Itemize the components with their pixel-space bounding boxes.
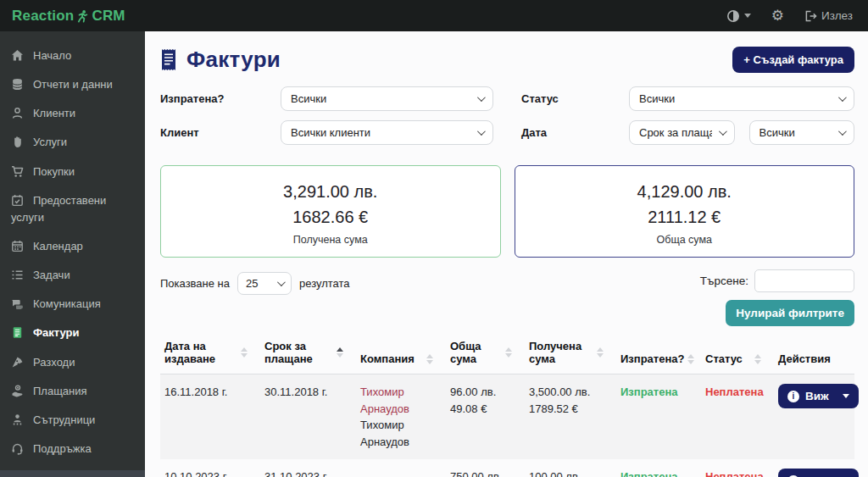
cell-actions: Виж xyxy=(774,374,854,460)
total-sum-eur: 2111.12 € xyxy=(522,204,848,230)
column-header-status[interactable]: Статус xyxy=(701,335,774,374)
sidebar-item-support[interactable]: Поддръжка xyxy=(0,435,145,463)
logo-text-crm: CRM xyxy=(92,8,125,25)
database-icon xyxy=(11,78,24,91)
received-bgn: 3,500.00 лв. xyxy=(529,384,612,401)
invoice-icon xyxy=(11,326,24,339)
person-icon xyxy=(11,107,24,119)
cell-sent-status: Изпратена xyxy=(616,374,701,460)
filter-status-label: Статус xyxy=(521,92,629,105)
sidebar-item-label: Отчети и данни xyxy=(33,78,113,91)
table-toolbar: Показване на 25 резултата Търсене: Нулир… xyxy=(160,269,854,326)
total-sum-bgn: 4,129.00 лв. xyxy=(522,179,848,204)
column-header-issue-date[interactable]: Дата на издаване xyxy=(160,335,260,374)
filter-date-type-select[interactable]: Срок за плащане xyxy=(629,120,735,145)
reset-filters-button[interactable]: Нулирай филтрите xyxy=(726,300,854,326)
column-header-received[interactable]: Получена сума xyxy=(525,335,616,374)
cell-due-date: 30.11.2018 г. xyxy=(260,374,356,460)
expenses-icon xyxy=(11,356,24,369)
filters: Изпратена? Всички Клиент Всички клиенти xyxy=(160,86,854,154)
page-size-prefix: Показване на xyxy=(160,277,230,290)
received-sum-caption: Получена сума xyxy=(168,234,493,246)
chevron-down-icon xyxy=(838,93,847,102)
sidebar: Начало Отчети и данни Клиенти Услуги Пок… xyxy=(0,31,145,477)
chevron-down-icon xyxy=(477,93,486,102)
sidebar-item-invoices[interactable]: Фактури xyxy=(0,319,145,347)
chevron-down-icon xyxy=(277,278,286,286)
search-label: Търсене: xyxy=(700,275,748,287)
column-header-total[interactable]: Обща сума xyxy=(446,335,525,374)
sidebar-item-clients[interactable]: Клиенти xyxy=(0,99,145,128)
gear-icon: ⚙ xyxy=(771,8,784,23)
sidebar-item-communication[interactable]: Комуникация xyxy=(0,290,145,319)
sidebar-item-purchases[interactable]: Покупки xyxy=(0,158,145,186)
sidebar-item-collaborators[interactable]: Сътрудници xyxy=(0,406,145,435)
company-link[interactable]: Тихомир Арнаудов xyxy=(360,384,442,417)
filter-sent-label: Изпратена? xyxy=(160,92,281,105)
chevron-down-icon xyxy=(838,127,847,136)
sidebar-item-home[interactable]: Начало xyxy=(0,42,145,70)
filter-client-select[interactable]: Всички клиенти xyxy=(281,120,493,145)
sidebar-item-calendar[interactable]: Календар xyxy=(0,232,145,261)
sidebar-item-label: Начало xyxy=(33,49,71,62)
filter-client-label: Клиент xyxy=(160,126,281,139)
support-headset-icon xyxy=(11,442,24,455)
calendar-icon xyxy=(11,240,24,252)
sidebar-item-services[interactable]: Услуги xyxy=(0,128,145,157)
create-invoice-button[interactable]: + Създай фактура xyxy=(732,47,854,73)
received-eur: 1789.52 € xyxy=(529,401,612,418)
column-header-company[interactable]: Компания xyxy=(356,335,446,374)
sidebar-section-user[interactable]: Потребител xyxy=(0,470,145,477)
cell-company: Тихомир Арнаудов Тихомир Арнаудов xyxy=(356,374,446,460)
cell-total: 96.00 лв. 49.08 € xyxy=(446,374,525,460)
filter-date-type-value: Срок за плащане xyxy=(639,126,712,139)
calendar-check-icon xyxy=(11,194,24,207)
search-input[interactable] xyxy=(754,269,854,292)
theme-toggle-button[interactable] xyxy=(726,9,751,23)
invoices-table: Дата на издаване Срок за плащане Компани… xyxy=(160,335,854,477)
info-icon xyxy=(787,391,799,402)
total-sum-caption: Обща сума xyxy=(522,234,848,246)
filter-status-select[interactable]: Всички xyxy=(629,86,854,111)
sort-icon xyxy=(754,354,761,364)
settings-button[interactable]: ⚙ xyxy=(771,8,784,23)
chat-icon xyxy=(11,297,24,310)
view-button-label: Виж xyxy=(805,390,829,402)
cell-issue-date: 10.10.2023 г. xyxy=(160,459,260,477)
sidebar-item-reports[interactable]: Отчети и данни xyxy=(0,70,145,99)
sidebar-item-tasks[interactable]: Задачи xyxy=(0,261,145,290)
total-sum-card: 4,129.00 лв. 2111.12 € Обща сума xyxy=(515,165,855,258)
logout-button[interactable]: Излез xyxy=(804,9,853,22)
cell-received: 3,500.00 лв. 1789.52 € xyxy=(525,374,616,460)
sidebar-item-label: Покупки xyxy=(33,165,75,178)
cell-sent-status: Изпратена xyxy=(616,459,701,477)
collaborators-icon xyxy=(11,413,24,426)
logout-label: Излез xyxy=(821,9,853,22)
sidebar-item-label: Разходи xyxy=(33,356,75,369)
cell-actions: Виж xyxy=(774,459,854,477)
filter-date-range-select[interactable]: Всички xyxy=(749,120,855,145)
column-header-sent[interactable]: Изпратена? xyxy=(616,335,701,374)
page-size-select[interactable]: 25 xyxy=(237,272,292,295)
sidebar-item-label: Клиенти xyxy=(33,107,75,119)
sidebar-item-label: Плащания xyxy=(33,385,87,397)
cell-payment-status: Неплатена xyxy=(701,459,774,477)
chevron-down-icon xyxy=(477,127,486,136)
view-invoice-button[interactable]: Виж xyxy=(778,384,859,408)
total-bgn: 96.00 лв. xyxy=(450,384,520,401)
company-link[interactable] xyxy=(360,469,442,477)
cell-issue-date: 16.11.2018 г. xyxy=(160,374,260,460)
sidebar-item-expenses[interactable]: Разходи xyxy=(0,348,145,377)
filter-sent-select[interactable]: Всички xyxy=(281,86,493,111)
sidebar-item-label: Сътрудници xyxy=(33,413,95,426)
sidebar-item-provided-services[interactable]: Предоставени услуги xyxy=(0,186,145,232)
chevron-down-icon xyxy=(744,14,751,18)
app-logo: Reaction CRM xyxy=(0,8,145,25)
chevron-down-icon xyxy=(843,394,849,398)
sidebar-item-payments[interactable]: Плащания xyxy=(0,377,145,406)
column-header-due-date[interactable]: Срок за плащане xyxy=(260,335,356,374)
contrast-icon xyxy=(726,9,740,23)
cell-payment-status: Неплатена xyxy=(701,374,774,460)
sort-icon xyxy=(241,347,248,358)
view-invoice-button[interactable]: Виж xyxy=(778,469,859,477)
